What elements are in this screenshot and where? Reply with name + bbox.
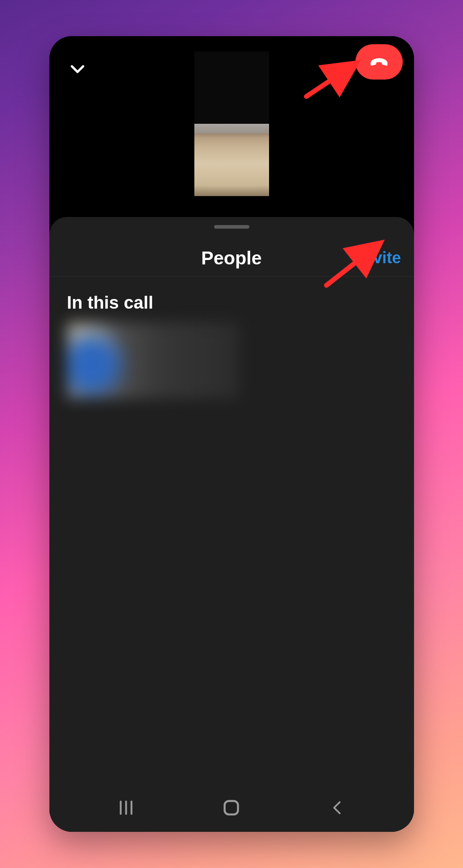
drawer-title: People: [201, 247, 262, 269]
collapse-button[interactable]: [65, 57, 90, 81]
svg-rect-5: [225, 801, 238, 814]
nav-recents-button[interactable]: [106, 796, 146, 820]
self-video-preview[interactable]: [194, 51, 269, 196]
people-drawer: People Invite In this call: [49, 217, 414, 832]
video-area: [49, 36, 414, 217]
drawer-header: People Invite: [49, 240, 414, 276]
phone-hangup-icon: [368, 51, 390, 73]
recents-icon: [117, 798, 135, 817]
home-icon: [221, 798, 241, 818]
nav-home-button[interactable]: [211, 796, 251, 820]
camera-thumbnail: [194, 124, 269, 196]
nav-back-button[interactable]: [317, 796, 357, 820]
phone-frame: People Invite In this call: [49, 36, 414, 832]
drawer-handle[interactable]: [214, 225, 249, 229]
android-nav-bar: [49, 784, 414, 832]
end-call-button[interactable]: [355, 44, 403, 80]
participant-row[interactable]: [67, 322, 240, 399]
invite-button[interactable]: Invite: [359, 249, 401, 267]
chevron-down-icon: [69, 61, 86, 78]
section-in-this-call: In this call: [67, 293, 153, 313]
back-icon: [328, 799, 345, 816]
